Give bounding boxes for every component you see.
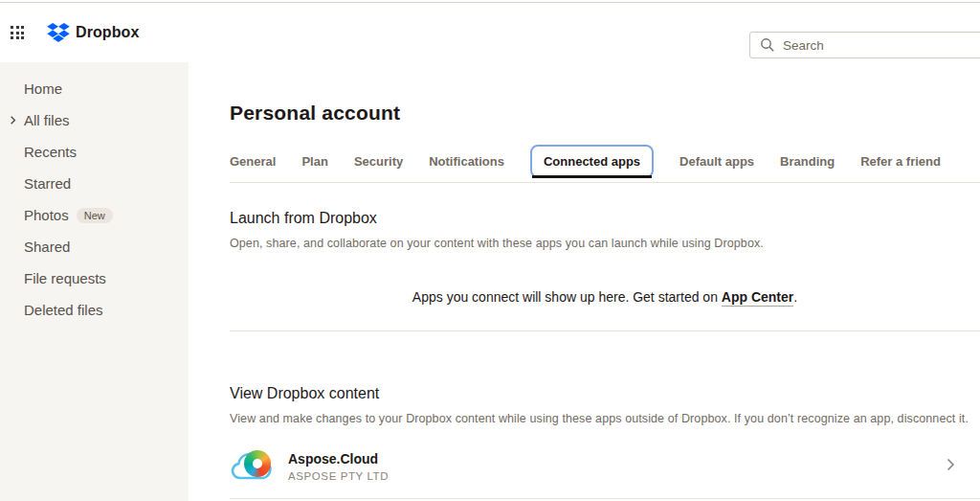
sidebar-item-label: Recents	[24, 144, 77, 160]
sidebar: Home All files Recents Starred Photos Ne…	[0, 62, 189, 501]
brand-name: Dropbox	[76, 24, 139, 41]
sidebar-item-label: Photos	[24, 207, 69, 223]
page-title: Personal account	[230, 102, 980, 125]
search-box[interactable]	[749, 32, 980, 58]
main-content: Personal account General Plan Security N…	[189, 62, 980, 501]
section-divider	[230, 330, 980, 331]
tab-plan[interactable]: Plan	[301, 154, 327, 169]
sidebar-item-file-requests[interactable]: File requests	[0, 262, 189, 294]
section-description: View and make changes to your Dropbox co…	[230, 412, 980, 425]
sidebar-item-label: Deleted files	[24, 302, 103, 318]
sidebar-item-label: Shared	[24, 239, 70, 255]
sidebar-item-photos[interactable]: Photos New	[0, 199, 189, 231]
settings-tabs: General Plan Security Notifications Conn…	[230, 144, 980, 179]
tab-security[interactable]: Security	[354, 154, 403, 169]
chevron-right-icon[interactable]	[942, 456, 959, 477]
section-description: Open, share, and collaborate on your con…	[230, 237, 980, 250]
sidebar-item-deleted-files[interactable]: Deleted files	[0, 294, 189, 326]
sidebar-item-recents[interactable]: Recents	[0, 136, 189, 168]
aspose-cloud-app-icon	[230, 447, 274, 486]
search-input[interactable]	[783, 38, 946, 53]
tab-branding[interactable]: Branding	[780, 154, 835, 169]
launch-from-dropbox-section: Launch from Dropbox Open, share, and col…	[230, 210, 980, 305]
view-dropbox-content-section: View Dropbox content View and make chang…	[230, 385, 980, 499]
aspose-swirl-icon	[244, 450, 271, 477]
app-publisher: ASPOSE PTY LTD	[288, 470, 389, 482]
app-name: Aspose.Cloud	[288, 451, 389, 467]
sidebar-item-label: Home	[24, 80, 62, 97]
sidebar-item-shared[interactable]: Shared	[0, 231, 189, 262]
chevron-right-icon[interactable]	[7, 113, 19, 129]
tabs-divider	[230, 182, 980, 183]
search-icon	[760, 37, 775, 53]
app-row-divider	[230, 498, 980, 499]
app-center-link[interactable]: App Center	[722, 289, 793, 307]
empty-state-suffix: .	[793, 289, 797, 305]
section-heading: View Dropbox content	[230, 385, 980, 402]
new-badge: New	[77, 208, 113, 223]
tab-refer-a-friend[interactable]: Refer a friend	[860, 154, 941, 169]
empty-state-prefix: Apps you connect will show up here. Get …	[412, 289, 722, 305]
sidebar-item-label: File requests	[24, 270, 106, 286]
tab-notifications[interactable]: Notifications	[429, 154, 504, 169]
app-meta: Aspose.Cloud ASPOSE PTY LTD	[288, 451, 389, 482]
connected-app-row-aspose-cloud[interactable]: Aspose.Cloud ASPOSE PTY LTD	[230, 442, 980, 491]
dropbox-logo[interactable]: Dropbox	[47, 23, 139, 42]
section-heading: Launch from Dropbox	[230, 210, 980, 227]
topbar: Dropbox	[0, 3, 980, 62]
apps-grid-icon[interactable]	[11, 26, 24, 39]
dropbox-glyph-icon	[47, 23, 70, 42]
tab-default-apps[interactable]: Default apps	[679, 154, 754, 169]
empty-state-text: Apps you connect will show up here. Get …	[230, 289, 980, 305]
sidebar-item-all-files[interactable]: All files	[0, 104, 189, 136]
sidebar-item-label: All files	[24, 112, 70, 128]
sidebar-item-home[interactable]: Home	[0, 73, 189, 104]
tab-general[interactable]: General	[230, 154, 276, 169]
sidebar-item-label: Starred	[24, 175, 71, 192]
sidebar-item-starred[interactable]: Starred	[0, 168, 189, 199]
tab-connected-apps[interactable]: Connected apps	[530, 145, 654, 178]
